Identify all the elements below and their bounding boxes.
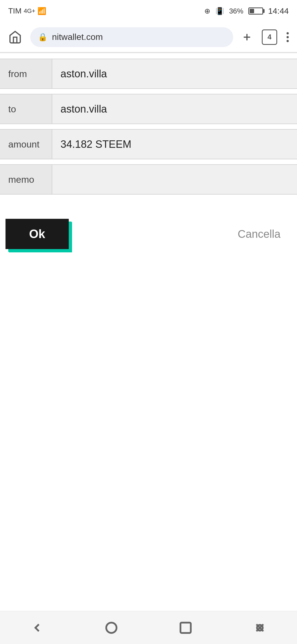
to-row: to	[0, 94, 297, 124]
carrier-info: TIM 4G+ 📶	[8, 7, 46, 15]
memo-label: memo	[0, 165, 52, 194]
svg-point-2	[106, 623, 117, 633]
svg-rect-3	[180, 623, 191, 633]
home-nav-button[interactable]	[100, 617, 122, 639]
battery-percent: 36%	[229, 7, 243, 15]
network-type: 4G+	[24, 7, 35, 15]
menu-dot-2	[287, 36, 289, 38]
back-button[interactable]	[26, 617, 48, 639]
cancel-button[interactable]: Cancella	[227, 222, 292, 246]
from-input[interactable]	[52, 59, 297, 88]
rotate-button[interactable]	[249, 617, 271, 639]
to-label: to	[0, 94, 52, 124]
menu-dot-3	[287, 40, 289, 42]
ok-button[interactable]: Ok	[6, 219, 69, 249]
menu-dot-1	[287, 32, 289, 34]
buttons-row: Ok Cancella	[0, 208, 297, 260]
memo-input[interactable]	[52, 165, 297, 194]
battery-icon	[248, 7, 263, 15]
from-label: from	[0, 59, 52, 88]
bottom-navigation	[0, 611, 297, 644]
url-text: nitwallet.com	[52, 32, 103, 42]
status-bar: TIM 4G+ 📶 ⊕ 📳 36% 14:44	[0, 0, 297, 22]
carrier-text: TIM	[8, 7, 21, 15]
lock-icon: 🔒	[38, 32, 48, 42]
tabs-count: 4	[268, 33, 271, 41]
add-tab-button[interactable]	[239, 29, 255, 45]
home-button[interactable]	[6, 28, 25, 47]
time-display: 14:44	[268, 6, 289, 16]
from-row: from	[0, 59, 297, 89]
amount-row: amount	[0, 129, 297, 159]
amount-input[interactable]	[52, 130, 297, 159]
vpn-icon: ⊕	[204, 7, 210, 15]
amount-label: amount	[0, 130, 52, 159]
status-right: ⊕ 📳 36% 14:44	[204, 6, 289, 16]
browser-actions: 4	[239, 29, 292, 45]
recents-button[interactable]	[175, 617, 197, 639]
browser-bar: 🔒 nitwallet.com 4	[0, 22, 297, 52]
url-bar[interactable]: 🔒 nitwallet.com	[30, 27, 233, 47]
to-input[interactable]	[52, 94, 297, 124]
vibrate-icon: 📳	[215, 7, 224, 15]
menu-button[interactable]	[284, 29, 292, 45]
signal-icon: 📶	[37, 7, 46, 15]
form-container: from to amount memo	[0, 53, 297, 200]
tabs-count-button[interactable]: 4	[262, 29, 277, 45]
memo-row: memo	[0, 164, 297, 195]
